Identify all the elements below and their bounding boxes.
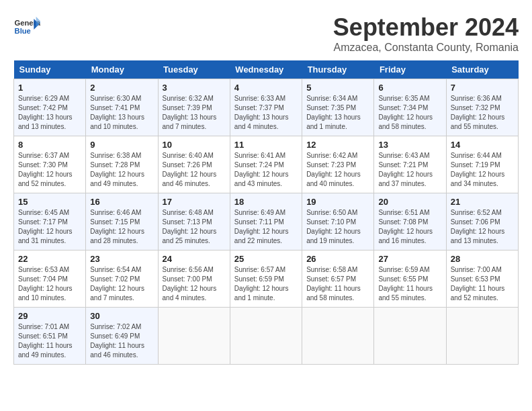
day-number: 6 xyxy=(378,83,441,93)
calendar-cell: 26Sunrise: 6:58 AM Sunset: 6:57 PM Dayli… xyxy=(302,250,374,308)
day-number: 11 xyxy=(234,140,298,150)
day-info: Sunrise: 6:34 AM Sunset: 7:35 PM Dayligh… xyxy=(306,94,369,132)
day-number: 8 xyxy=(18,140,81,150)
calendar-cell: 17Sunrise: 6:48 AM Sunset: 7:13 PM Dayli… xyxy=(158,193,230,250)
calendar-cell: 15Sunrise: 6:45 AM Sunset: 7:17 PM Dayli… xyxy=(14,193,86,250)
week-row-4: 22Sunrise: 6:53 AM Sunset: 7:04 PM Dayli… xyxy=(14,250,519,308)
day-info: Sunrise: 6:36 AM Sunset: 7:32 PM Dayligh… xyxy=(451,94,514,132)
calendar-cell: 13Sunrise: 6:43 AM Sunset: 7:21 PM Dayli… xyxy=(374,136,446,193)
day-number: 15 xyxy=(18,197,81,207)
calendar-cell: 24Sunrise: 6:56 AM Sunset: 7:00 PM Dayli… xyxy=(158,250,230,308)
day-number: 22 xyxy=(18,254,81,264)
calendar-cell: 29Sunrise: 7:01 AM Sunset: 6:51 PM Dayli… xyxy=(14,308,86,365)
calendar-cell xyxy=(446,308,518,365)
week-row-2: 8Sunrise: 6:37 AM Sunset: 7:30 PM Daylig… xyxy=(14,136,519,193)
day-number: 18 xyxy=(234,197,298,207)
day-info: Sunrise: 6:46 AM Sunset: 7:15 PM Dayligh… xyxy=(90,208,153,246)
calendar-cell xyxy=(158,308,230,365)
day-number: 1 xyxy=(18,83,81,93)
day-info: Sunrise: 6:40 AM Sunset: 7:26 PM Dayligh… xyxy=(163,151,226,189)
calendar-cell: 27Sunrise: 6:59 AM Sunset: 6:55 PM Dayli… xyxy=(374,250,446,308)
week-row-1: 1Sunrise: 6:29 AM Sunset: 7:42 PM Daylig… xyxy=(14,79,519,136)
svg-text:Blue: Blue xyxy=(15,27,31,35)
week-row-5: 29Sunrise: 7:01 AM Sunset: 6:51 PM Dayli… xyxy=(14,308,519,365)
calendar-cell: 10Sunrise: 6:40 AM Sunset: 7:26 PM Dayli… xyxy=(158,136,230,193)
day-number: 25 xyxy=(234,254,298,264)
header-tuesday: Tuesday xyxy=(158,60,230,79)
day-number: 23 xyxy=(90,254,153,264)
calendar-cell: 20Sunrise: 6:51 AM Sunset: 7:08 PM Dayli… xyxy=(374,193,446,250)
day-info: Sunrise: 6:54 AM Sunset: 7:02 PM Dayligh… xyxy=(90,265,153,303)
header-wednesday: Wednesday xyxy=(230,60,302,79)
day-info: Sunrise: 6:37 AM Sunset: 7:30 PM Dayligh… xyxy=(18,151,81,189)
calendar-cell: 9Sunrise: 6:38 AM Sunset: 7:28 PM Daylig… xyxy=(86,136,158,193)
calendar-cell: 8Sunrise: 6:37 AM Sunset: 7:30 PM Daylig… xyxy=(14,136,86,193)
month-title: September 2024 xyxy=(333,13,519,42)
day-info: Sunrise: 6:30 AM Sunset: 7:41 PM Dayligh… xyxy=(90,94,153,132)
day-info: Sunrise: 7:01 AM Sunset: 6:51 PM Dayligh… xyxy=(18,322,81,360)
day-number: 20 xyxy=(378,197,441,207)
day-info: Sunrise: 6:41 AM Sunset: 7:24 PM Dayligh… xyxy=(234,151,298,189)
day-number: 13 xyxy=(378,140,441,150)
day-info: Sunrise: 6:52 AM Sunset: 7:06 PM Dayligh… xyxy=(451,208,514,246)
logo: General Blue xyxy=(13,13,44,40)
day-info: Sunrise: 6:53 AM Sunset: 7:04 PM Dayligh… xyxy=(18,265,81,303)
day-info: Sunrise: 6:38 AM Sunset: 7:28 PM Dayligh… xyxy=(90,151,153,189)
calendar-cell: 30Sunrise: 7:02 AM Sunset: 6:49 PM Dayli… xyxy=(86,308,158,365)
calendar-cell: 1Sunrise: 6:29 AM Sunset: 7:42 PM Daylig… xyxy=(14,79,86,136)
calendar-cell: 23Sunrise: 6:54 AM Sunset: 7:02 PM Dayli… xyxy=(86,250,158,308)
calendar-cell: 18Sunrise: 6:49 AM Sunset: 7:11 PM Dayli… xyxy=(230,193,302,250)
day-number: 28 xyxy=(451,254,514,264)
page-header: General Blue September 2024 Amzacea, Con… xyxy=(13,13,519,54)
calendar-cell: 4Sunrise: 6:33 AM Sunset: 7:37 PM Daylig… xyxy=(230,79,302,136)
day-number: 29 xyxy=(18,311,81,321)
day-info: Sunrise: 6:44 AM Sunset: 7:19 PM Dayligh… xyxy=(451,151,514,189)
title-section: September 2024 Amzacea, Constanta County… xyxy=(333,13,519,54)
header-monday: Monday xyxy=(86,60,158,79)
calendar-cell: 22Sunrise: 6:53 AM Sunset: 7:04 PM Dayli… xyxy=(14,250,86,308)
header-row: SundayMondayTuesdayWednesdayThursdayFrid… xyxy=(14,60,519,79)
header-sunday: Sunday xyxy=(14,60,86,79)
calendar-cell xyxy=(374,308,446,365)
day-info: Sunrise: 6:58 AM Sunset: 6:57 PM Dayligh… xyxy=(306,265,369,303)
day-number: 5 xyxy=(306,83,369,93)
calendar-cell: 2Sunrise: 6:30 AM Sunset: 7:41 PM Daylig… xyxy=(86,79,158,136)
day-number: 17 xyxy=(163,197,226,207)
day-info: Sunrise: 6:56 AM Sunset: 7:00 PM Dayligh… xyxy=(163,265,226,303)
calendar-cell xyxy=(302,308,374,365)
day-number: 2 xyxy=(90,83,153,93)
calendar-cell: 7Sunrise: 6:36 AM Sunset: 7:32 PM Daylig… xyxy=(446,79,518,136)
day-info: Sunrise: 6:59 AM Sunset: 6:55 PM Dayligh… xyxy=(378,265,441,303)
calendar-cell: 12Sunrise: 6:42 AM Sunset: 7:23 PM Dayli… xyxy=(302,136,374,193)
day-number: 30 xyxy=(90,311,153,321)
day-info: Sunrise: 6:57 AM Sunset: 6:59 PM Dayligh… xyxy=(234,265,298,303)
day-number: 27 xyxy=(378,254,441,264)
day-info: Sunrise: 7:02 AM Sunset: 6:49 PM Dayligh… xyxy=(90,322,153,360)
day-info: Sunrise: 6:50 AM Sunset: 7:10 PM Dayligh… xyxy=(306,208,369,246)
day-number: 21 xyxy=(451,197,514,207)
calendar-cell: 28Sunrise: 7:00 AM Sunset: 6:53 PM Dayli… xyxy=(446,250,518,308)
day-info: Sunrise: 6:32 AM Sunset: 7:39 PM Dayligh… xyxy=(163,94,226,132)
day-info: Sunrise: 6:51 AM Sunset: 7:08 PM Dayligh… xyxy=(378,208,441,246)
logo-icon: General Blue xyxy=(13,13,40,40)
day-number: 4 xyxy=(234,83,298,93)
calendar-cell: 14Sunrise: 6:44 AM Sunset: 7:19 PM Dayli… xyxy=(446,136,518,193)
day-number: 10 xyxy=(163,140,226,150)
day-info: Sunrise: 6:33 AM Sunset: 7:37 PM Dayligh… xyxy=(234,94,298,132)
day-number: 12 xyxy=(306,140,369,150)
day-info: Sunrise: 6:29 AM Sunset: 7:42 PM Dayligh… xyxy=(18,94,81,132)
day-number: 24 xyxy=(163,254,226,264)
calendar-cell xyxy=(230,308,302,365)
day-number: 3 xyxy=(163,83,226,93)
calendar-cell: 3Sunrise: 6:32 AM Sunset: 7:39 PM Daylig… xyxy=(158,79,230,136)
day-info: Sunrise: 6:48 AM Sunset: 7:13 PM Dayligh… xyxy=(163,208,226,246)
calendar-cell: 16Sunrise: 6:46 AM Sunset: 7:15 PM Dayli… xyxy=(86,193,158,250)
day-info: Sunrise: 6:43 AM Sunset: 7:21 PM Dayligh… xyxy=(378,151,441,189)
week-row-3: 15Sunrise: 6:45 AM Sunset: 7:17 PM Dayli… xyxy=(14,193,519,250)
day-info: Sunrise: 6:35 AM Sunset: 7:34 PM Dayligh… xyxy=(378,94,441,132)
calendar-cell: 6Sunrise: 6:35 AM Sunset: 7:34 PM Daylig… xyxy=(374,79,446,136)
day-info: Sunrise: 6:49 AM Sunset: 7:11 PM Dayligh… xyxy=(234,208,298,246)
header-friday: Friday xyxy=(374,60,446,79)
day-number: 14 xyxy=(451,140,514,150)
calendar-cell: 25Sunrise: 6:57 AM Sunset: 6:59 PM Dayli… xyxy=(230,250,302,308)
